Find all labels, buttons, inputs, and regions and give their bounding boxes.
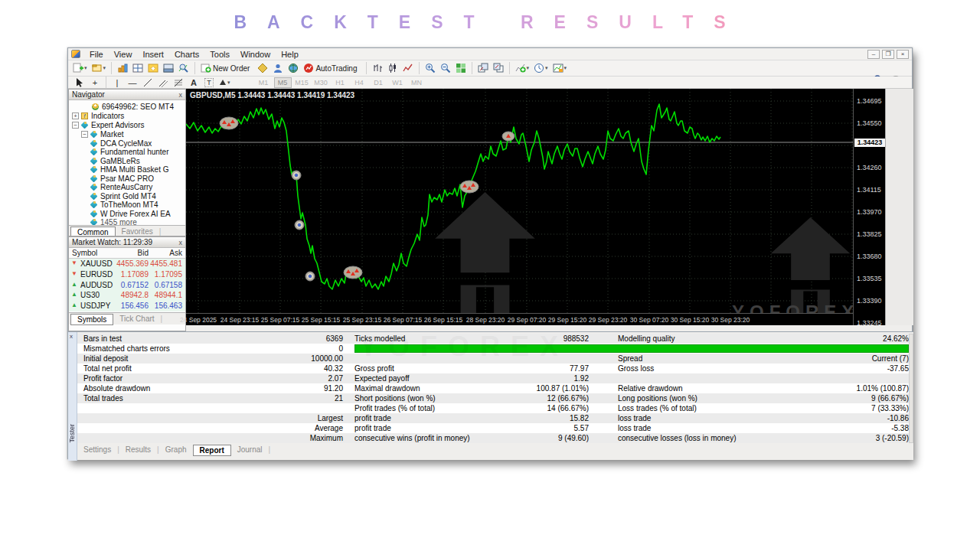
navigator-tab-common[interactable]: Common bbox=[70, 227, 116, 236]
market-watch-button[interactable] bbox=[116, 61, 129, 75]
strategy-tester-button[interactable] bbox=[177, 61, 191, 75]
menu-window[interactable]: Window bbox=[235, 50, 276, 59]
trendline-tool-button[interactable] bbox=[141, 76, 155, 90]
tester-close-icon[interactable]: x bbox=[70, 333, 73, 340]
arrange-horizontal-button[interactable] bbox=[476, 61, 490, 75]
navigator-tab-favorites[interactable]: Favorites bbox=[116, 227, 159, 236]
timeframe-mn[interactable]: MN bbox=[408, 77, 426, 88]
navigator-item-psar-mac-pro[interactable]: Psar MAC PRO bbox=[69, 174, 185, 183]
periods-button[interactable]: ▾ bbox=[532, 61, 550, 75]
report-value: 9 (66.67%) bbox=[789, 393, 909, 403]
templates-button[interactable]: ▾ bbox=[551, 61, 569, 75]
time-tick-label: 30 Sep 23:20 bbox=[711, 316, 750, 324]
candlestick-type-button[interactable] bbox=[386, 61, 400, 75]
menu-view[interactable]: View bbox=[109, 50, 138, 59]
timeframe-h4[interactable]: H4 bbox=[351, 77, 368, 88]
navigator-item-renteauscarry[interactable]: RenteAusCarry bbox=[69, 183, 185, 192]
tester-tab-graph[interactable]: Graph bbox=[159, 445, 193, 455]
tester-tabs: Settings|Results|GraphReportJournal| bbox=[77, 444, 909, 457]
report-value: 9 (49.60) bbox=[502, 433, 589, 443]
menu-file[interactable]: File bbox=[84, 50, 109, 59]
price-chart[interactable]: YOFOREX bbox=[186, 89, 853, 313]
navigator-item-dca-cyclemax[interactable]: DCA CycleMax bbox=[69, 139, 185, 148]
navigator-button[interactable] bbox=[146, 61, 160, 75]
timeframe-m5[interactable]: M5 bbox=[274, 77, 292, 88]
navigator-item-fundamental-hunter[interactable]: Fundamental hunter bbox=[69, 148, 185, 157]
arrows-tool-button[interactable]: ▾ bbox=[217, 76, 232, 90]
terminal-button[interactable] bbox=[162, 61, 175, 75]
navigator-account[interactable]: 69649962: SEO MT4 bbox=[69, 102, 185, 111]
metaeditor-button[interactable] bbox=[271, 61, 285, 75]
tester-panel-label: Tester bbox=[68, 424, 77, 443]
report-label: Expected payoff bbox=[354, 373, 410, 383]
zoom-in-button[interactable] bbox=[423, 61, 437, 75]
tester-scrollbar[interactable] bbox=[909, 334, 913, 443]
timeframe-m15[interactable]: M15 bbox=[293, 77, 311, 88]
timeframe-m30[interactable]: M30 bbox=[312, 77, 330, 88]
market-watch-row-eurusd[interactable]: ▼EURUSD1.170891.17095 bbox=[69, 269, 185, 280]
timeframe-w1[interactable]: W1 bbox=[389, 77, 407, 88]
menu-insert[interactable]: Insert bbox=[137, 50, 169, 59]
vertical-line-tool-button[interactable]: | bbox=[110, 76, 124, 90]
expand-icon[interactable]: + bbox=[72, 112, 79, 119]
tester-tab-results[interactable]: Results bbox=[119, 445, 157, 455]
navigator-item-expert-advisors[interactable]: − Expert Advisors bbox=[69, 120, 185, 129]
expert-icon bbox=[90, 158, 97, 165]
menu-tools[interactable]: Tools bbox=[204, 50, 235, 59]
label-tool-button[interactable]: T bbox=[202, 76, 216, 90]
market-watch-tab-tick-chart[interactable]: Tick Chart bbox=[113, 314, 160, 324]
new-chart-button[interactable]: ▾ bbox=[71, 61, 89, 75]
data-window-button[interactable] bbox=[131, 61, 145, 75]
collapse-icon[interactable]: − bbox=[81, 131, 88, 138]
profiles-button[interactable]: ▾ bbox=[90, 61, 108, 75]
report-value: 2.07 bbox=[253, 373, 343, 383]
text-tool-button[interactable]: A bbox=[187, 76, 201, 90]
navigator-item-gamblers[interactable]: GaMBLeRs bbox=[69, 156, 185, 165]
expert-label: HMA Multi Basket G bbox=[100, 165, 168, 174]
autotrading-label: AutoTrading bbox=[314, 64, 360, 73]
horizontal-line-tool-button[interactable]: — bbox=[126, 76, 139, 90]
navigator-item-sprint-gold-mt4[interactable]: Sprint Gold MT4 bbox=[69, 191, 185, 201]
market-watch-row-audusd[interactable]: ▲AUDUSD0.671520.67158 bbox=[69, 280, 185, 291]
menu-help[interactable]: Help bbox=[276, 50, 304, 59]
expert-advisors-button[interactable] bbox=[256, 61, 270, 75]
report-value: 14 (66.67%) bbox=[502, 403, 589, 413]
autotrading-button[interactable]: AutoTrading bbox=[302, 61, 361, 75]
menu-charts[interactable]: Charts bbox=[169, 50, 204, 59]
collapse-icon[interactable]: − bbox=[72, 122, 79, 129]
timeframe-d1[interactable]: D1 bbox=[370, 77, 387, 88]
navigator-item-hma-multi-basket-g[interactable]: HMA Multi Basket G bbox=[69, 165, 185, 174]
navigator-item-tothemoon-mt4[interactable]: ToTheMoon MT4 bbox=[69, 201, 185, 210]
arrange-vertical-button[interactable] bbox=[492, 61, 505, 75]
tile-windows-button[interactable] bbox=[454, 61, 468, 75]
tester-tab-report[interactable]: Report bbox=[193, 445, 231, 456]
crosshair-tool-button[interactable]: + bbox=[88, 76, 102, 90]
navigator-item-indicators[interactable]: + f Indicators bbox=[69, 111, 185, 120]
navigator-item-market[interactable]: − Market bbox=[69, 129, 185, 139]
indicators-button[interactable]: ▾ bbox=[514, 61, 531, 75]
column-ask: Ask bbox=[136, 249, 182, 257]
navigator-close-icon[interactable]: x bbox=[179, 91, 183, 99]
market-watch-tab-symbols[interactable]: Symbols bbox=[70, 314, 113, 325]
channel-tool-button[interactable] bbox=[156, 76, 170, 90]
tester-tab-journal[interactable]: Journal bbox=[231, 445, 269, 455]
restore-button[interactable]: ❐ bbox=[882, 50, 894, 59]
news-globe-button[interactable] bbox=[286, 61, 300, 75]
market-watch-row-xauusd[interactable]: ▼XAUUSD4455.3694455.481 bbox=[69, 259, 185, 269]
zoom-out-button[interactable] bbox=[439, 61, 452, 75]
close-button[interactable]: × bbox=[897, 50, 909, 59]
cursor-tool-button[interactable] bbox=[73, 76, 87, 90]
market-watch-close-icon[interactable]: x bbox=[179, 239, 183, 246]
minimize-button[interactable]: – bbox=[867, 50, 880, 59]
report-label: Total net profit bbox=[83, 364, 132, 373]
timeframe-h1[interactable]: H1 bbox=[332, 77, 349, 88]
market-watch-row-usdjpy[interactable]: ▲USDJPY156.456156.463 bbox=[69, 301, 185, 311]
tester-tab-settings[interactable]: Settings bbox=[77, 445, 117, 455]
market-watch-row-us30[interactable]: ▲US3048942.848944.1 bbox=[69, 290, 185, 301]
bar-chart-type-button[interactable] bbox=[371, 61, 384, 75]
line-chart-type-button[interactable] bbox=[401, 61, 415, 75]
fibonacci-tool-button[interactable] bbox=[172, 76, 185, 90]
new-order-button[interactable]: New Order bbox=[199, 61, 254, 75]
expert-advisors-label: Expert Advisors bbox=[91, 121, 144, 129]
timeframe-m1[interactable]: M1 bbox=[255, 77, 273, 88]
